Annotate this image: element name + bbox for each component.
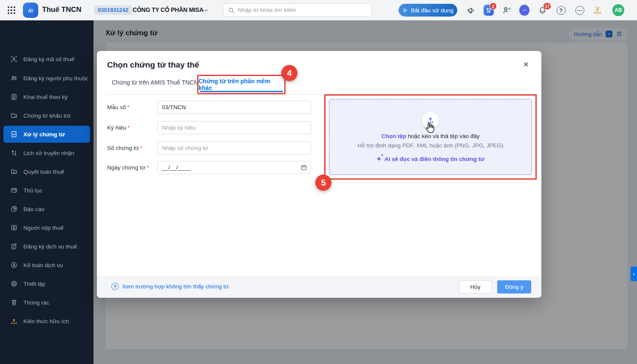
choose-replacement-document-modal: Chọn chứng từ thay thế × Chứng từ trên A… — [97, 51, 541, 298]
required-marker: * — [140, 145, 142, 151]
tab-other-software[interactable]: Chứng từ trên phần mềm khác — [198, 78, 284, 91]
sidebar-item-dang-ky-dich-vu-thue[interactable]: Đăng ký dịch vụ thuế — [3, 238, 90, 255]
sidebar-item-khai-thue-theo-ky[interactable]: Khai thuế theo kỳ — [3, 88, 90, 105]
annotation-step-5: 5 — [315, 175, 331, 191]
deduction-docs-icon — [10, 112, 18, 119]
mouse-cursor-hand — [425, 122, 435, 135]
play-icon — [402, 8, 408, 13]
sidebar-item-xu-ly-chung-tu[interactable]: Xử lý chứng từ — [3, 126, 90, 143]
process-docs-icon — [10, 130, 18, 138]
sidebar-item-dang-ky-nguoi-phu-thuoc[interactable]: Đăng ký người phụ thuộc — [3, 70, 90, 87]
sidebar-item-kien-thuc-huu-ich[interactable]: Kiến thức hữu ích — [3, 313, 90, 330]
start-using-button[interactable]: Bắt đầu sử dụng — [399, 4, 457, 17]
field-label: Mẫu số — [107, 104, 126, 110]
taxpayer-card-icon — [10, 224, 18, 231]
symbol-input[interactable] — [157, 121, 311, 134]
annotation-box-step4: Chứng từ trên phần mềm khác — [197, 75, 286, 94]
tax-service-register-icon — [10, 243, 18, 250]
periodic-declaration-icon — [10, 93, 18, 101]
gear-icon — [10, 280, 18, 288]
announcement-icon[interactable] — [466, 5, 476, 15]
field-label: Ngày chứng từ — [107, 164, 145, 171]
more-icon[interactable]: ⋯ — [575, 5, 585, 15]
document-date-input[interactable] — [157, 161, 311, 174]
help-icon[interactable]: ? — [556, 5, 566, 15]
trash-icon — [10, 299, 18, 306]
not-found-help-link[interactable]: ? Xem trường hợp không tìm thấy chứng từ — [111, 283, 229, 290]
drag-drop-text: hoặc kéo và thả tệp vào đây — [406, 133, 480, 139]
cart-badge: 2 — [490, 3, 497, 10]
form-number-input[interactable] — [157, 101, 311, 114]
sidebar-item-chung-tu-khau-tru[interactable]: Chứng từ khấu trừ — [3, 107, 90, 124]
tax-code-badge: 0301931242 — [94, 6, 132, 15]
tab-amis-thue-tncn[interactable]: Chứng từ trên AMIS Thuế TNCN — [112, 79, 198, 86]
required-marker: * — [127, 124, 130, 131]
global-search — [223, 3, 372, 17]
confirm-button[interactable]: Đồng ý — [497, 280, 531, 293]
active-tab-underline — [200, 91, 283, 92]
field-label: Ký hiệu — [107, 124, 126, 131]
modal-footer: ? Xem trường hợp không tìm thấy chứng từ… — [97, 276, 541, 298]
dependents-icon — [10, 74, 18, 82]
procedures-icon — [10, 186, 18, 194]
annotation-box-step5: Chọn tệp hoặc kéo và thả tệp vào đây Hỗ … — [324, 94, 537, 180]
search-input[interactable] — [238, 4, 369, 16]
file-dropzone[interactable]: Chọn tệp hoặc kéo và thả tệp vào đây Hỗ … — [329, 99, 532, 175]
knowledge-icon[interactable] — [592, 5, 603, 15]
chat-icon[interactable] — [519, 5, 529, 15]
supported-formats-text: Hỗ trợ định dạng PDF, XML hoặc ảnh (PNG,… — [358, 142, 504, 149]
required-marker: * — [147, 164, 149, 171]
sidebar-item-nguoi-nop-thue[interactable]: Người nộp thuế — [3, 219, 90, 236]
calendar-icon[interactable] — [300, 164, 307, 172]
sidebar-item-dang-ky-ma-so-thue[interactable]: Đăng ký mã số thuế — [3, 51, 90, 68]
annotation-step-4: 4 — [281, 65, 297, 81]
transfer-history-icon — [10, 149, 18, 157]
top-bar: Thuế TNCN 0301931242 CÔNG TY CỔ PHẦN MIS… — [0, 0, 637, 20]
sidebar-item-lich-su-truyen-nhan[interactable]: Lịch sử truyền nhận — [3, 144, 90, 161]
app-launcher-icon[interactable] — [7, 6, 16, 15]
sidebar-nav: Đăng ký mã số thuế Đăng ký người phụ thu… — [0, 20, 93, 364]
store-cart-icon[interactable]: 2 — [484, 5, 494, 15]
bell-badge: 17 — [543, 3, 551, 10]
required-marker: * — [127, 104, 129, 110]
sidebar-item-ke-toan-dich-vu[interactable]: Kế toán dịch vụ — [3, 257, 90, 274]
help-circle-icon: ? — [111, 283, 119, 290]
sidebar-item-quyet-toan-thue[interactable]: Quyết toán thuế — [3, 163, 90, 180]
field-label: Số chứng từ — [107, 145, 139, 151]
document-number-input[interactable] — [157, 141, 311, 155]
ai-note-text: AI sẽ đọc và điền thông tin chứng từ — [385, 156, 485, 162]
user-avatar[interactable]: AB — [612, 4, 624, 16]
modal-title: Chọn chứng từ thay thế — [107, 60, 199, 70]
ai-sparkle-icon: ✦✦ — [377, 155, 382, 162]
close-icon[interactable]: × — [520, 59, 532, 71]
sidebar-item-bao-cao[interactable]: Báo cáo — [3, 200, 90, 217]
product-name: Thuế TNCN — [42, 6, 82, 14]
useful-knowledge-icon — [10, 317, 18, 325]
choose-file-link[interactable]: Chọn tệp — [381, 133, 406, 139]
tax-settlement-icon — [10, 168, 18, 175]
accounting-service-icon — [10, 261, 18, 269]
sidebar-item-thu-tuc[interactable]: Thủ tục — [3, 182, 90, 199]
sidebar-item-thung-rac[interactable]: Thùng rác — [3, 294, 90, 311]
invite-user-icon[interactable] — [501, 5, 512, 15]
reports-pie-icon — [10, 205, 18, 213]
company-selector[interactable]: CÔNG TY CỔ PHẦN MISA — [133, 6, 204, 13]
tax-id-scan-icon — [10, 55, 18, 63]
cancel-button[interactable]: Hủy — [459, 280, 492, 293]
sidebar-item-thiet-lap[interactable]: Thiết lập — [3, 275, 90, 292]
chevron-down-icon[interactable] — [203, 7, 209, 15]
search-icon — [228, 7, 235, 14]
expand-panel-tab[interactable]: › — [631, 267, 637, 281]
notifications-bell-icon[interactable]: 17 — [537, 5, 547, 15]
misa-logo[interactable] — [23, 3, 38, 18]
